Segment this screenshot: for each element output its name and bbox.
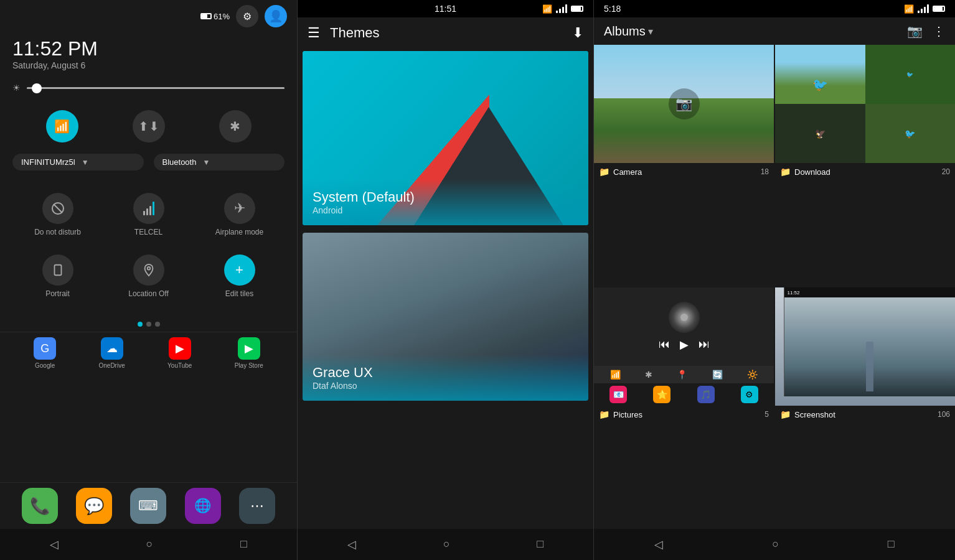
navigation-bar: ◁ ○ □: [0, 529, 297, 560]
gallery-recents-button[interactable]: □: [875, 535, 907, 554]
album-pictures-label: 📁 Pictures 5: [594, 406, 774, 423]
dock-browser[interactable]: 🌐: [185, 488, 221, 524]
mini-sync-icon: 🔄: [712, 370, 723, 380]
bluetooth-dropdown-arrow: ▼: [202, 158, 210, 167]
theme-card-grace-info: Grace UX Dtaf Alonso: [303, 355, 588, 401]
themes-nav-bar: ◁ ○ □: [298, 529, 593, 560]
album-camera-name: Camera: [613, 167, 761, 177]
themes-recents-button[interactable]: □: [524, 535, 556, 554]
tile-location-off[interactable]: Location Off: [103, 246, 194, 307]
theme-card-default[interactable]: System (Default) Android: [303, 51, 588, 225]
battery-percent: 61%: [214, 12, 230, 21]
album-camera[interactable]: 📷 📁 Camera 18: [594, 45, 774, 286]
tile-telcel-label: TELCEL: [134, 228, 162, 236]
gallery-time: 5:18: [604, 4, 621, 14]
album-screenshot-name: Screenshot: [794, 410, 938, 419]
network-row: INFINITUMrz5l ▼ Bluetooth ▼: [0, 150, 297, 174]
bluetooth-toggle[interactable]: ✱: [219, 110, 252, 142]
albums-dropdown[interactable]: Albums ▾: [604, 24, 653, 39]
tile-telcel[interactable]: TELCEL: [103, 184, 194, 245]
user-avatar[interactable]: 👤: [265, 5, 287, 27]
gallery-camera-button[interactable]: 📷: [907, 24, 923, 39]
shortcut-google[interactable]: G Google: [34, 337, 56, 369]
camera-folder-icon: 📁: [599, 167, 609, 177]
album-camera-label: 📁 Camera 18: [594, 163, 774, 180]
prev-button[interactable]: ⏮: [659, 338, 670, 352]
page-indicators: [0, 317, 297, 332]
shortcut-onedrive-label: OneDrive: [98, 362, 125, 369]
theme-default-name: System (Default): [313, 189, 578, 205]
album-download-count: 20: [942, 167, 950, 176]
themes-home-button[interactable]: ○: [431, 535, 463, 554]
notification-panel: 61% ⚙ 👤 11:52 PM Saturday, August 6 ☀ 📶 …: [0, 0, 297, 560]
bluetooth-selector[interactable]: Bluetooth ▼: [154, 154, 285, 170]
wifi-network-selector[interactable]: INFINITUMrz5l ▼: [12, 154, 144, 170]
shortcut-playstore[interactable]: ▶ Play Store: [235, 337, 263, 369]
tile-portrait-label: Portrait: [45, 289, 70, 298]
play-button[interactable]: ▶: [680, 338, 689, 352]
bluetooth-label: Bluetooth: [162, 157, 197, 167]
settings-button[interactable]: ⚙: [236, 5, 258, 27]
brightness-slider[interactable]: [27, 87, 285, 89]
quick-toggles-row: 📶 ⬆⬇ ✱: [0, 103, 297, 150]
current-time: 11:52 PM: [12, 37, 285, 60]
download-folder-icon: 📁: [780, 167, 791, 177]
gallery-home-button[interactable]: ○: [760, 535, 791, 554]
theme-card-grace[interactable]: Grace UX Dtaf Alonso: [303, 233, 588, 401]
shortcut-youtube-label: YouTube: [167, 362, 192, 369]
dock-phone[interactable]: 📞: [22, 488, 58, 524]
dock-dialer[interactable]: ⌨: [130, 488, 166, 524]
themes-list: System (Default) Android Grace UX Dtaf A…: [298, 49, 593, 529]
mini-app-3: 🎵: [697, 386, 715, 403]
status-bar: 61% ⚙ 👤: [0, 0, 297, 32]
gallery-title: Albums: [604, 24, 646, 39]
svg-rect-2: [54, 265, 61, 276]
dock-messages[interactable]: 💬: [76, 488, 112, 524]
album-screenshot[interactable]: 11:52 📁 Screenshot 106: [775, 287, 955, 529]
themes-menu-icon[interactable]: ☰: [308, 25, 320, 41]
tile-do-not-disturb-label: Do not disturb: [34, 228, 81, 236]
album-camera-count: 18: [761, 167, 769, 176]
themes-back-button[interactable]: ◁: [335, 535, 369, 554]
wifi-toggle[interactable]: 📶: [46, 110, 78, 142]
quick-tiles-grid: Do not disturb TELCEL ✈ Airplane mode: [0, 174, 297, 317]
back-button[interactable]: ◁: [37, 535, 71, 554]
recents-button[interactable]: □: [228, 535, 260, 554]
gallery-back-button[interactable]: ◁: [642, 535, 675, 554]
album-pictures[interactable]: ⏮ ▶ ⏭ 📶 ✱ 📍 🔄 🔆 📧 ⭐ 🎵: [594, 287, 774, 529]
album-download[interactable]: 🐦 🐦 🦅 🐦 📁: [775, 45, 955, 286]
next-button[interactable]: ⏭: [699, 338, 710, 352]
mini-wifi-icon: 📶: [610, 370, 621, 380]
brightness-control[interactable]: ☀: [0, 80, 297, 103]
album-pictures-name: Pictures: [613, 410, 764, 419]
data-toggle[interactable]: ⬆⬇: [133, 110, 165, 142]
gallery-status-icons: 📶: [904, 4, 945, 14]
mini-app-2: ⭐: [653, 386, 670, 403]
tile-edit-tiles[interactable]: + Edit tiles: [194, 246, 285, 307]
albums-dropdown-arrow: ▾: [648, 26, 653, 37]
app-shortcuts: G Google ☁ OneDrive ▶ YouTube ▶ Play Sto…: [0, 332, 297, 374]
gallery-status-bar: 5:18 📶: [594, 0, 955, 17]
themes-status-icons: 📶: [542, 4, 583, 14]
tile-airplane-label: Airplane mode: [215, 228, 263, 236]
dot-3: [155, 322, 160, 327]
mini-app-1: 📧: [609, 386, 627, 403]
shortcut-youtube[interactable]: ▶ YouTube: [167, 337, 192, 369]
gallery-wifi-icon: 📶: [904, 4, 914, 14]
theme-grace-name: Grace UX: [313, 365, 578, 381]
tile-do-not-disturb[interactable]: Do not disturb: [12, 184, 103, 245]
dock-more[interactable]: ⋯: [239, 488, 275, 524]
tile-portrait[interactable]: Portrait: [12, 246, 103, 307]
tile-airplane-mode[interactable]: ✈ Airplane mode: [194, 184, 285, 245]
home-button[interactable]: ○: [134, 535, 166, 554]
themes-panel: 11:51 📶 ☰ Themes ⬇: [297, 0, 594, 560]
gallery-nav-bar: ◁ ○ □: [594, 529, 955, 560]
svg-point-3: [147, 267, 150, 270]
themes-wifi-icon: 📶: [542, 4, 552, 14]
mini-bright-icon: 🔆: [747, 370, 758, 380]
gallery-more-button[interactable]: ⋮: [933, 24, 945, 39]
svg-line-1: [54, 204, 62, 213]
gallery-toolbar: Albums ▾ 📷 ⋮: [594, 17, 955, 45]
shortcut-onedrive[interactable]: ☁ OneDrive: [98, 337, 125, 369]
themes-download-button[interactable]: ⬇: [572, 25, 583, 41]
